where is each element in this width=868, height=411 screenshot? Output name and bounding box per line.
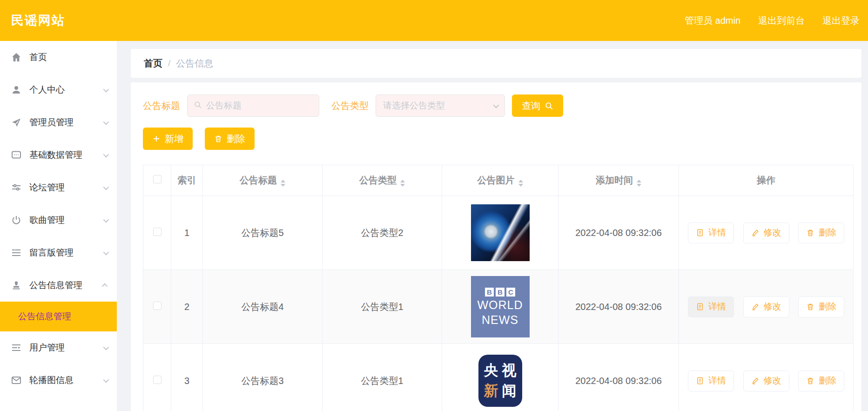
sliders-icon <box>11 182 22 193</box>
detail-button-label: 详情 <box>708 375 726 387</box>
exit-to-front-link[interactable]: 退出到前台 <box>758 14 805 27</box>
detail-button[interactable]: 详情 <box>688 296 734 317</box>
batch-delete-button[interactable]: 删除 <box>205 128 255 150</box>
col-header-title[interactable]: 公告标题 <box>203 165 323 196</box>
header-right: 管理员 admin 退出到前台 退出登录 <box>685 14 860 27</box>
col-header-index: 索引 <box>171 165 203 196</box>
table-row: 1 公告标题5 公告类型2 2022-04-08 09:32:06 详情 <box>143 196 854 270</box>
delete-button[interactable]: 删除 <box>798 371 844 391</box>
col-header-label: 公告类型 <box>359 175 397 185</box>
sidebar-item-label: 用户管理 <box>29 342 65 354</box>
sidebar-item-personal-center[interactable]: 个人中心 <box>0 74 117 106</box>
breadcrumb-home[interactable]: 首页 <box>144 57 162 70</box>
sidebar-subitem-announcement-management-active[interactable]: 公告信息管理 <box>0 302 117 331</box>
cctv-char: 闻 <box>502 381 517 401</box>
filter-title-label: 公告标题 <box>143 100 180 112</box>
chevron-down-icon <box>103 377 109 383</box>
chevron-up-icon <box>102 283 108 289</box>
home-icon <box>11 52 22 63</box>
col-header-ops: 操作 <box>679 165 854 196</box>
document-icon <box>696 303 704 311</box>
sidebar-item-message-board[interactable]: 留言版管理 <box>0 236 117 269</box>
sort-icon[interactable] <box>637 180 641 187</box>
edit-button[interactable]: 修改 <box>743 222 789 243</box>
announcement-type-select[interactable]: 请选择公告类型 <box>376 94 505 117</box>
sidebar-item-admin-management[interactable]: 管理员管理 <box>0 106 117 139</box>
logout-link[interactable]: 退出登录 <box>822 14 860 27</box>
cctv-char: 视 <box>502 361 517 380</box>
sidebar-item-forum-management[interactable]: 论坛管理 <box>0 171 117 204</box>
delete-button[interactable]: 删除 <box>798 222 844 243</box>
col-header-type[interactable]: 公告类型 <box>323 165 442 196</box>
chevron-down-icon <box>103 216 109 222</box>
cell-index: 1 <box>171 196 203 270</box>
sort-icon[interactable] <box>281 180 285 187</box>
col-header-time[interactable]: 添加时间 <box>558 165 679 196</box>
edit-button-label: 修改 <box>764 227 781 239</box>
edit-button[interactable]: 修改 <box>743 296 789 317</box>
sidebar-item-label: 首页 <box>29 51 47 63</box>
chevron-down-icon <box>103 86 109 92</box>
sidebar-item-home[interactable]: 首页 <box>0 41 117 74</box>
col-header-label: 公告标题 <box>240 175 277 185</box>
document-icon <box>696 229 704 237</box>
sidebar-item-carousel-info[interactable]: 轮播图信息 <box>0 364 117 397</box>
toolbar: 新增 删除 <box>143 128 849 150</box>
add-button[interactable]: 新增 <box>143 128 193 150</box>
col-header-label: 索引 <box>178 175 196 185</box>
bbc-block: B <box>496 288 505 296</box>
query-button-label: 查询 <box>522 100 540 112</box>
add-button-label: 新增 <box>165 133 183 145</box>
col-header-image[interactable]: 公告图片 <box>442 165 558 196</box>
delete-button-label: 删除 <box>819 375 836 387</box>
user-icon <box>11 84 22 95</box>
delete-button[interactable]: 删除 <box>798 296 844 317</box>
query-button[interactable]: 查询 <box>512 94 563 117</box>
edit-button[interactable]: 修改 <box>743 371 789 391</box>
trash-icon <box>806 303 814 311</box>
detail-button[interactable]: 详情 <box>688 371 734 391</box>
row-checkbox[interactable] <box>153 228 161 236</box>
sidebar-item-song-management[interactable]: 歌曲管理 <box>0 204 117 236</box>
announcement-title-input-wrap <box>187 94 319 117</box>
sidebar-item-basic-data[interactable]: 基础数据管理 <box>0 139 117 171</box>
main-content: 首页 / 公告信息 公告标题 公告类型 请选择公告类型 查询 <box>117 41 868 411</box>
filter-row: 公告标题 公告类型 请选择公告类型 查询 <box>143 94 849 117</box>
col-header-label: 添加时间 <box>596 175 633 185</box>
chevron-down-icon <box>493 102 499 108</box>
admin-user-label: 管理员 admin <box>685 14 740 27</box>
trash-icon <box>806 377 814 385</box>
detail-button-label: 详情 <box>708 227 726 239</box>
announcement-title-input[interactable] <box>206 101 313 111</box>
detail-button[interactable]: 详情 <box>688 222 734 243</box>
sidebar-item-user-management[interactable]: 用户管理 <box>0 331 117 364</box>
pencil-icon <box>751 229 760 237</box>
bbc-block: C <box>506 288 515 296</box>
edit-button-label: 修改 <box>764 301 781 313</box>
select-all-checkbox[interactable] <box>153 175 161 183</box>
chevron-down-icon <box>103 344 109 350</box>
stamp-icon <box>11 280 22 291</box>
sort-icon[interactable] <box>400 180 405 187</box>
sort-icon[interactable] <box>518 180 523 187</box>
chevron-down-icon <box>103 249 109 255</box>
cell-time: 2022-04-08 09:32:06 <box>558 344 679 411</box>
breadcrumb-current: 公告信息 <box>176 57 213 70</box>
announcement-image-cctv-news: 央 视 新 闻 <box>478 355 522 407</box>
row-checkbox[interactable] <box>153 302 161 310</box>
announcements-table: 索引 公告标题 公告类型 公告图片 添加时间 操作 1 公告标题5 公告类型2 <box>143 165 849 411</box>
chevron-down-icon <box>103 151 109 157</box>
content-card: 公告标题 公告类型 请选择公告类型 查询 新增 <box>131 82 861 411</box>
search-icon <box>194 101 202 111</box>
sidebar-item-announcement-management[interactable]: 公告信息管理 <box>0 269 117 302</box>
cell-type: 公告类型1 <box>323 344 442 411</box>
bbc-word: NEWS <box>482 313 518 326</box>
cctv-char: 央 <box>484 361 498 380</box>
row-checkbox[interactable] <box>153 376 161 384</box>
bbc-block: B <box>485 288 494 296</box>
chevron-down-icon <box>103 184 109 190</box>
delete-button-label: 删除 <box>819 301 836 313</box>
delete-button-label: 删除 <box>227 133 245 145</box>
power-icon <box>11 215 22 226</box>
announcement-image-globe-news <box>471 204 530 261</box>
